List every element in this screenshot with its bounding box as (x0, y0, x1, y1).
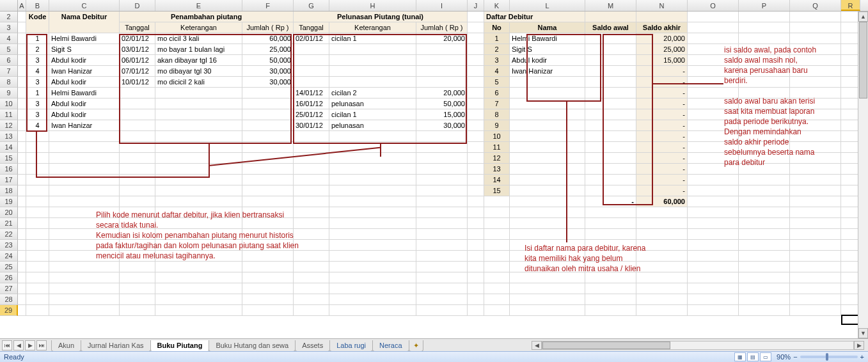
cell[interactable] (242, 240, 294, 251)
cell[interactable] (120, 251, 155, 262)
rowhdr-4[interactable]: 4 (0, 33, 18, 44)
cell[interactable] (120, 262, 155, 272)
cell[interactable] (636, 240, 688, 251)
cell[interactable] (155, 229, 242, 240)
cell[interactable] (688, 88, 739, 98)
cell-saldo-awal[interactable] (585, 131, 636, 142)
colhdr-M[interactable]: M (585, 0, 636, 11)
cell[interactable] (484, 196, 510, 207)
cell[interactable] (739, 229, 790, 240)
cell-ljml[interactable] (416, 153, 468, 164)
cell-nama[interactable]: Abdul kodir (49, 55, 120, 66)
cell[interactable] (636, 272, 688, 283)
cell[interactable] (120, 240, 155, 251)
cell-ltgl[interactable] (294, 175, 329, 185)
cell[interactable] (18, 294, 26, 305)
cell[interactable] (468, 33, 484, 44)
tab-prev-button[interactable]: ◀ (13, 340, 24, 350)
cell-saldo-awal[interactable] (585, 120, 636, 131)
cell[interactable] (18, 229, 26, 240)
cell[interactable] (468, 175, 484, 185)
cell[interactable] (510, 305, 585, 316)
cell-no[interactable]: 12 (484, 153, 510, 164)
cell-lket[interactable] (329, 66, 416, 77)
rowhdr-19[interactable]: 19 (0, 196, 18, 207)
cell-pjml[interactable] (242, 185, 294, 196)
cell[interactable] (155, 251, 242, 262)
cell[interactable] (510, 218, 585, 229)
cell[interactable] (49, 305, 120, 316)
cell[interactable] (18, 98, 26, 109)
cell[interactable] (636, 12, 688, 22)
cell-nama[interactable] (49, 164, 120, 175)
cell-kode[interactable]: 4 (26, 66, 49, 77)
cell[interactable] (26, 305, 49, 316)
cell[interactable] (585, 305, 636, 316)
cell[interactable] (18, 142, 26, 153)
cell[interactable] (18, 44, 26, 55)
cell[interactable] (688, 272, 739, 283)
cell[interactable] (329, 251, 416, 262)
cell[interactable] (468, 22, 484, 33)
cell[interactable] (329, 305, 416, 316)
cell[interactable] (18, 272, 26, 283)
rowhdr-17[interactable]: 17 (0, 175, 18, 185)
cell[interactable] (739, 55, 790, 66)
cell[interactable] (585, 272, 636, 283)
cell[interactable] (585, 262, 636, 272)
colhdr-Q[interactable]: Q (790, 0, 841, 11)
cell-lket[interactable] (329, 164, 416, 175)
cell[interactable] (329, 229, 416, 240)
cell[interactable] (790, 175, 841, 185)
cell-daftar-nama[interactable] (510, 153, 585, 164)
cell-saldo-akhir[interactable]: - (636, 185, 688, 196)
cell-no[interactable]: 5 (484, 77, 510, 88)
cell[interactable] (484, 251, 510, 262)
cell-ptgl[interactable] (120, 98, 155, 109)
cell[interactable] (468, 55, 484, 66)
cell-pjml[interactable] (242, 98, 294, 109)
cell[interactable] (155, 218, 242, 229)
rowhdr-10[interactable]: 10 (0, 98, 18, 109)
cell[interactable] (739, 185, 790, 196)
tab-next-button[interactable]: ▶ (25, 340, 35, 350)
cell-saldo-akhir[interactable]: - (636, 142, 688, 153)
cell-ljml[interactable]: 50,000 (416, 98, 468, 109)
cell-kode[interactable]: 3 (26, 109, 49, 120)
cell[interactable] (484, 207, 510, 218)
cell-saldo-awal[interactable] (585, 88, 636, 98)
cell[interactable] (18, 262, 26, 272)
cell[interactable] (790, 240, 841, 251)
cell[interactable] (790, 153, 841, 164)
select-all-corner[interactable] (0, 0, 18, 11)
cell[interactable] (790, 131, 841, 142)
rowhdr-29[interactable]: 29 (0, 305, 18, 316)
cell-saldo-akhir[interactable]: - (636, 175, 688, 185)
scroll-right-button[interactable]: ▶ (854, 341, 864, 350)
cell[interactable] (484, 262, 510, 272)
cell[interactable] (688, 175, 739, 185)
cell[interactable] (790, 66, 841, 77)
cell-no[interactable]: 11 (484, 142, 510, 153)
cell[interactable] (120, 229, 155, 240)
cell[interactable] (468, 272, 484, 283)
cell-daftar-nama[interactable] (510, 142, 585, 153)
vscroll-thumb[interactable] (859, 22, 867, 98)
cell-no[interactable]: 8 (484, 109, 510, 120)
cell[interactable] (484, 218, 510, 229)
cell[interactable] (416, 272, 468, 283)
cell[interactable] (26, 229, 49, 240)
cell-pjml[interactable]: 25,000 (242, 44, 294, 55)
cell-saldo-akhir[interactable]: 15,000 (636, 55, 688, 66)
cell[interactable] (585, 218, 636, 229)
cell[interactable] (416, 283, 468, 294)
cell-kode[interactable]: 2 (26, 44, 49, 55)
cell[interactable] (739, 66, 790, 77)
view-break-button[interactable]: ▭ (760, 352, 771, 361)
cell-ptgl[interactable]: 02/01/12 (120, 33, 155, 44)
cell[interactable] (155, 196, 242, 207)
sheet-tab-assets[interactable]: Assets (295, 340, 330, 352)
cell[interactable] (416, 218, 468, 229)
cell[interactable] (155, 283, 242, 294)
cell[interactable] (510, 207, 585, 218)
